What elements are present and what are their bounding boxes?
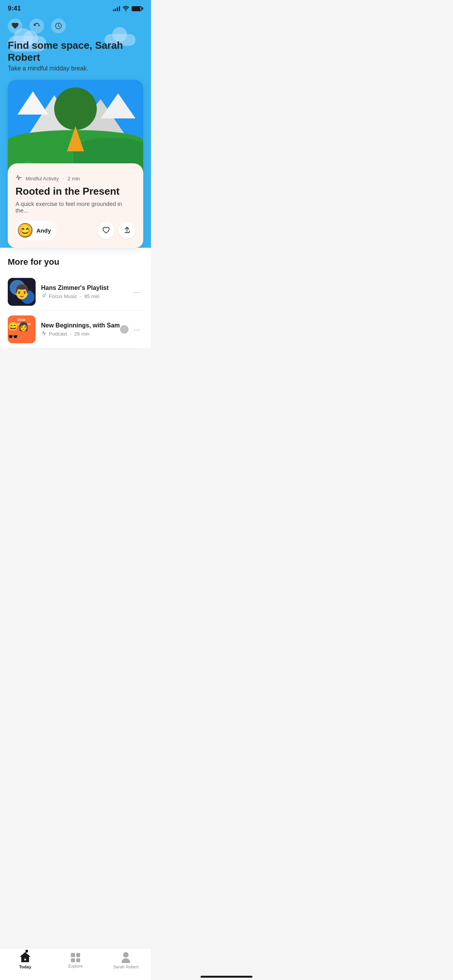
unread-indicator xyxy=(120,325,129,334)
card-title: Rooted in the Present xyxy=(15,185,136,197)
featured-card[interactable]: Mindful Activity • 2 min Rooted in the P… xyxy=(8,80,143,248)
mountain-right-snow xyxy=(101,93,136,118)
hans-meta-icon xyxy=(41,293,46,300)
clock-icon[interactable] xyxy=(51,19,66,33)
hans-thumbnail: 👨 xyxy=(8,278,36,306)
list-item[interactable]: 👨 Hans Zimmer's Playlist Focus Music • 8… xyxy=(8,273,143,311)
author-avatar-image xyxy=(18,223,33,238)
battery-icon xyxy=(132,6,143,11)
dear-meta-duration: 26 min xyxy=(74,331,89,337)
status-icons xyxy=(113,6,143,11)
like-button[interactable] xyxy=(98,222,115,239)
greeting-section: Find some space, Sarah Robert Take a min… xyxy=(8,39,143,72)
tree xyxy=(54,84,97,151)
card-wave xyxy=(8,163,143,173)
activity-icon xyxy=(15,175,22,182)
greeting-title: Find some space, Sarah Robert xyxy=(8,39,143,63)
status-bar: 9:41 xyxy=(0,0,151,15)
dear-title: New Beginnings, with Sam xyxy=(41,322,125,329)
card-meta-sep: • xyxy=(63,177,64,180)
author-pill[interactable]: Andy xyxy=(15,221,57,240)
section-title: More for you xyxy=(8,257,143,267)
dear-meta-icon xyxy=(41,331,46,337)
hans-meta-type: Focus Music xyxy=(49,293,77,299)
card-meta-duration: 2 min xyxy=(68,176,80,182)
list-item[interactable]: Dear Headspace 😄👩🕶️ New Beginnings, with… xyxy=(8,311,143,348)
hero-background: Find some space, Sarah Robert Take a min… xyxy=(0,15,151,248)
card-body: Mindful Activity • 2 min Rooted in the P… xyxy=(8,173,143,248)
signal-icon xyxy=(113,6,120,11)
hans-title: Hans Zimmer's Playlist xyxy=(41,284,125,291)
hans-more-button[interactable]: ··· xyxy=(130,284,143,300)
dear-thumbnail: Dear Headspace 😄👩🕶️ xyxy=(8,315,36,343)
card-footer: Andy xyxy=(15,221,136,240)
hans-meta-duration: 85 min xyxy=(84,293,100,299)
greeting-subtitle: Take a mindful midday break. xyxy=(8,65,143,72)
dear-info: New Beginnings, with Sam Podcast • 26 mi… xyxy=(41,322,125,337)
dear-meta-type: Podcast xyxy=(49,331,67,337)
hans-meta: Focus Music • 85 min xyxy=(41,293,125,300)
dear-meta: Podcast • 26 min xyxy=(41,331,125,337)
author-avatar xyxy=(18,223,33,238)
dear-faces: 😄👩🕶️ xyxy=(8,322,36,342)
hans-info: Hans Zimmer's Playlist Focus Music • 85 … xyxy=(41,284,125,300)
author-name: Andy xyxy=(36,227,51,234)
share-button[interactable] xyxy=(118,222,136,239)
card-illustration xyxy=(8,80,143,173)
card-actions xyxy=(98,222,136,239)
status-time: 9:41 xyxy=(8,5,21,12)
svg-point-1 xyxy=(43,295,45,297)
card-description: A quick exercise to feel more grounded i… xyxy=(15,200,136,214)
dear-more-button[interactable]: ··· xyxy=(130,322,143,337)
card-meta: Mindful Activity • 2 min xyxy=(15,175,136,182)
card-meta-type: Mindful Activity xyxy=(26,176,59,182)
more-for-you-section: More for you 👨 Hans Zimmer's Playlist xyxy=(0,248,151,348)
wifi-icon xyxy=(122,6,129,11)
